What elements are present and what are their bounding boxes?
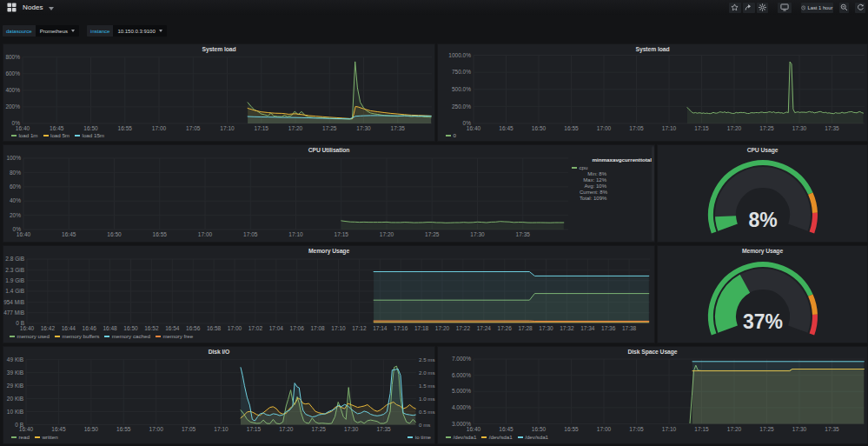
series-line-0 [687,62,864,114]
legend-series-label: load 1m [19,132,38,138]
x-axis-label: 16:45 [499,426,514,432]
series-fill-memory-cached [374,272,649,324]
graph-plot-area[interactable]: 16:4016:4516:5016:5517:0017:0517:1017:15… [3,346,435,444]
zoom-out-button[interactable] [839,3,850,13]
x-axis-label: 16:44 [62,325,76,331]
magnifier-icon [840,3,848,11]
share-button[interactable] [743,3,755,13]
legend-series-label: load 15m [83,132,104,138]
dashboard-title[interactable]: Nodes [23,3,43,11]
legend-item[interactable]: memory used [10,333,50,339]
legend-stat: Min: 8% [580,171,606,176]
time-range-picker[interactable]: Last 1 hour [801,3,833,13]
panel-system-load-detail: System load16:4016:4516:5016:5517:0017:0… [3,43,435,142]
x-axis-label: 17:25 [312,426,327,432]
y2-axis-label: 2.5 ms [419,356,435,363]
x-axis-label: 17:10 [662,426,677,432]
x-axis-label: 17:05 [186,125,201,131]
graph-plot-area[interactable]: 16:4016:4516:5016:5517:0017:0517:1017:15… [437,43,868,142]
legend-item[interactable]: /dev/sda1 [481,434,512,440]
legend-series-label: memory used [17,333,50,339]
legend-item[interactable]: read [11,434,30,440]
gauge-threshold-arc [811,194,815,213]
legend-item[interactable]: memory buffers [55,333,99,339]
x-axis-label: 16:55 [153,231,168,237]
y-axis-label: 477 MiB [3,310,24,316]
legend-item[interactable]: 0 [446,132,456,138]
x-axis-label: 17:35 [825,426,839,432]
panel-cpu-usage-gauge: CPU Usage8% [657,144,868,243]
y-axis-label: 7.000% [452,356,471,362]
legend-item[interactable]: load 5m [43,132,70,138]
legend-series-label: written [42,434,57,440]
legend-item[interactable]: written [35,434,58,440]
x-axis-label: 17:14 [373,325,388,331]
series-fill-0 [687,62,864,123]
y-axis-label: 600% [5,70,20,77]
x-axis-label: 17:06 [290,325,305,331]
monitor-icon [780,3,789,11]
legend-series-color [446,135,451,136]
title-caret-icon[interactable] [49,7,54,10]
variable-datasource-select[interactable]: Prometheus [36,25,79,37]
y-axis-label: 60% [10,183,21,190]
legend-item[interactable]: memory free [156,333,193,339]
x-axis-label: 17:34 [580,325,595,331]
refresh-icon [857,3,865,11]
legend-series-color [518,436,523,438]
graph-plot-area[interactable]: 16:4016:4516:5016:5517:0017:0517:1017:15… [3,43,435,142]
x-axis-label: 17:00 [228,325,242,331]
legend-series-label: cpu [580,164,588,170]
gauge[interactable]: 8% [657,144,868,243]
graph-plot-area[interactable]: 16:4016:4216:4416:4616:4816:5016:5216:54… [3,245,655,343]
variable-instance-select[interactable]: 10.150.0.3:9100 [113,25,166,37]
legend-item[interactable]: /dev/sda1 [518,434,548,440]
legend-item[interactable]: load 1m [11,132,38,138]
refresh-button[interactable] [855,3,865,13]
x-axis-label: 17:05 [629,426,644,432]
x-axis-label: 16:45 [62,231,76,237]
gauge[interactable]: 37% [657,245,868,343]
settings-button[interactable] [757,3,768,13]
legend-stat: Max: 12% [580,177,606,183]
legend-item[interactable]: /dev/sda1 [446,434,476,440]
apps-grid-icon[interactable] [7,3,17,12]
x-axis-label: 17:05 [629,125,644,131]
star-button[interactable] [729,3,742,13]
legend-series-color [55,336,60,337]
x-axis-label: 17:10 [288,231,303,237]
x-axis-label: 17:20 [435,325,450,331]
cycle-view-button[interactable] [778,3,792,13]
y-axis-label: 750.0% [452,69,471,75]
x-axis-label: 16:50 [123,325,138,331]
x-axis-label: 17:00 [198,231,213,237]
variable-instance: instance 10.150.0.3:9100 [87,25,167,37]
x-axis-label: 16:54 [165,325,180,331]
legend-stats: Min: 8%Max: 12%Avg: 10%Current: 8%Total:… [580,171,606,201]
x-axis-label: 16:45 [50,125,64,131]
legend-item[interactable]: memory cached [104,333,150,339]
y-axis-label: 39 KiB [7,369,23,376]
legend-series-color [43,135,49,136]
legend-series-color [572,167,577,169]
gauge-threshold-arc [812,213,815,233]
legend-item[interactable]: io time [407,434,431,440]
legend-item[interactable]: load 15m [75,132,104,138]
legend-item[interactable]: cpu [572,164,652,170]
x-axis-label: 17:10 [662,125,677,131]
graph-plot-area[interactable]: 16:4016:4516:5016:5517:0017:0517:1017:15… [3,144,655,243]
x-axis-label: 17:20 [279,426,294,432]
y-axis-label: 80% [10,170,21,176]
x-axis-label: 16:50 [83,125,98,131]
x-axis-label: 16:50 [532,125,547,131]
y-axis-label: 250.0% [452,103,471,110]
x-axis-label: 17:35 [376,426,391,432]
x-axis-label: 17:35 [825,125,839,131]
graph-plot-area[interactable]: 16:4016:4516:5016:5517:0017:0517:1017:15… [437,346,868,444]
legend-header: minmaxavgcurrenttotal [572,156,652,163]
y-axis-label: 5.000% [452,388,471,394]
panel-cpu-utilisation: CPU Utilisation16:4016:4516:5016:5517:00… [3,144,655,243]
legend-scrollbar[interactable] [652,146,654,241]
legend-series-label: read [19,434,30,440]
x-axis-label: 17:15 [335,231,349,237]
